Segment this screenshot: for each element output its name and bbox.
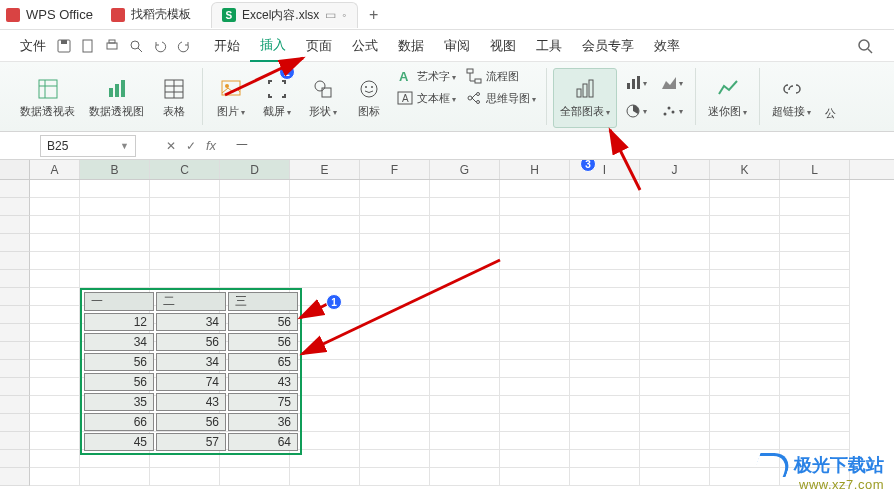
- svg-rect-30: [475, 79, 481, 83]
- menu-data[interactable]: 数据: [388, 30, 434, 62]
- svg-rect-13: [115, 84, 119, 97]
- name-box-value: B25: [47, 139, 68, 153]
- pivot-table-icon: [37, 78, 59, 100]
- active-document-tab[interactable]: S Excel内容.xlsx ▭ ◦: [211, 2, 358, 28]
- svg-point-24: [365, 86, 367, 88]
- formula-bar: B25 ▼ ✕ ✓ fx 一: [0, 132, 894, 160]
- svg-rect-14: [121, 80, 125, 97]
- menu-page[interactable]: 页面: [296, 30, 342, 62]
- picture-icon: [220, 78, 242, 100]
- area-chart-button[interactable]: [657, 70, 687, 96]
- redo-icon[interactable]: [176, 38, 192, 54]
- bar-chart-button[interactable]: [621, 70, 651, 96]
- chevron-down-icon[interactable]: ▼: [120, 141, 129, 151]
- col-header[interactable]: E: [290, 160, 360, 179]
- pie-chart-button[interactable]: [621, 98, 651, 124]
- menu-formula[interactable]: 公式: [342, 30, 388, 62]
- flowchart-button[interactable]: 流程图: [466, 68, 536, 84]
- area-chart-icon: [661, 75, 677, 91]
- col-header[interactable]: H: [500, 160, 570, 179]
- quick-access-toolbar: [56, 38, 192, 54]
- col-header[interactable]: C: [150, 160, 220, 179]
- table-icon: [163, 78, 185, 100]
- undo-icon[interactable]: [152, 38, 168, 54]
- search-icon[interactable]: [856, 37, 874, 55]
- mindmap-icon: [466, 90, 482, 106]
- scatter-chart-button[interactable]: [657, 98, 687, 124]
- tab-menu-icon[interactable]: ▭: [325, 8, 336, 22]
- select-all-corner[interactable]: [0, 160, 30, 179]
- menu-file[interactable]: 文件: [10, 30, 56, 62]
- menu-tools[interactable]: 工具: [526, 30, 572, 62]
- col-header[interactable]: A: [30, 160, 80, 179]
- menu-review[interactable]: 审阅: [434, 30, 480, 62]
- confirm-icon[interactable]: ✓: [186, 139, 196, 153]
- bar-chart-icon: [625, 75, 641, 91]
- new-tab-button[interactable]: +: [362, 6, 386, 24]
- formula-value[interactable]: 一: [236, 137, 248, 154]
- watermark-swoosh-icon: [752, 453, 795, 477]
- svg-point-23: [361, 81, 377, 97]
- svg-point-41: [664, 113, 667, 116]
- pivot-table-button[interactable]: 数据透视表: [14, 68, 81, 128]
- mindmap-button[interactable]: 思维导图: [466, 90, 536, 106]
- save-icon[interactable]: [56, 38, 72, 54]
- col-header[interactable]: L: [780, 160, 850, 179]
- active-tab-label: Excel内容.xlsx: [242, 7, 319, 24]
- svg-point-21: [315, 81, 325, 91]
- pivot-chart-icon: [106, 78, 128, 100]
- formula-group-button[interactable]: 公: [819, 68, 842, 128]
- table-button[interactable]: 表格: [152, 68, 196, 128]
- wordart-icon: A: [397, 68, 413, 84]
- watermark: 极光下载站 www.xz7.com: [756, 453, 884, 492]
- cancel-icon[interactable]: ✕: [166, 139, 176, 153]
- col-header[interactable]: F: [360, 160, 430, 179]
- template-tab[interactable]: 找稻壳模板: [131, 6, 191, 23]
- svg-rect-3: [107, 43, 117, 49]
- hyperlink-button[interactable]: 超链接: [766, 68, 817, 128]
- svg-rect-19: [222, 81, 240, 95]
- col-header[interactable]: K: [710, 160, 780, 179]
- svg-point-42: [668, 107, 671, 110]
- tab-pin-icon[interactable]: ◦: [342, 8, 346, 22]
- icon-button[interactable]: 图标: [347, 68, 391, 128]
- screenshot-button[interactable]: 截屏 2: [255, 68, 299, 128]
- col-header[interactable]: D: [220, 160, 290, 179]
- picture-button[interactable]: 图片: [209, 68, 253, 128]
- fx-icon[interactable]: fx: [206, 138, 216, 153]
- selected-data-range[interactable]: 一二三 123456 345656 563465 567443 354375 6…: [80, 288, 302, 455]
- menu-insert[interactable]: 插入: [250, 30, 296, 62]
- menu-efficiency[interactable]: 效率: [644, 30, 690, 62]
- svg-rect-2: [83, 40, 92, 52]
- shape-button[interactable]: 形状: [301, 68, 345, 128]
- menu-start[interactable]: 开始: [204, 30, 250, 62]
- col-header[interactable]: B: [80, 160, 150, 179]
- svg-rect-4: [109, 40, 115, 43]
- pivot-chart-button[interactable]: 数据透视图: [83, 68, 150, 128]
- svg-line-8: [868, 49, 872, 53]
- template-tab-icon[interactable]: [111, 8, 125, 22]
- menu-view[interactable]: 视图: [480, 30, 526, 62]
- col-header[interactable]: G: [430, 160, 500, 179]
- svg-rect-34: [577, 89, 581, 97]
- spreadsheet-grid[interactable]: A B C D E F G H I J K L 一二三 123456 34565…: [0, 160, 894, 500]
- ribbon: 数据透视表 数据透视图 表格 图片 截屏 2 形状 图标: [0, 62, 894, 132]
- svg-point-43: [672, 111, 675, 114]
- menu-member[interactable]: 会员专享: [572, 30, 644, 62]
- sparkline-button[interactable]: 迷你图: [702, 68, 753, 128]
- wordart-button[interactable]: A 艺术字: [397, 68, 456, 84]
- svg-point-5: [131, 41, 139, 49]
- preview-icon[interactable]: [128, 38, 144, 54]
- print-icon[interactable]: [104, 38, 120, 54]
- badge-2: 2: [279, 64, 295, 80]
- name-box[interactable]: B25 ▼: [40, 135, 136, 157]
- spreadsheet-icon: S: [222, 8, 236, 22]
- all-charts-button[interactable]: 全部图表: [553, 68, 617, 128]
- textbox-button[interactable]: A 文本框: [397, 90, 456, 106]
- new-icon[interactable]: [80, 38, 96, 54]
- svg-rect-39: [637, 76, 640, 89]
- svg-text:A: A: [402, 93, 409, 104]
- watermark-url: www.xz7.com: [756, 477, 884, 492]
- svg-rect-1: [61, 40, 67, 44]
- col-header[interactable]: J: [640, 160, 710, 179]
